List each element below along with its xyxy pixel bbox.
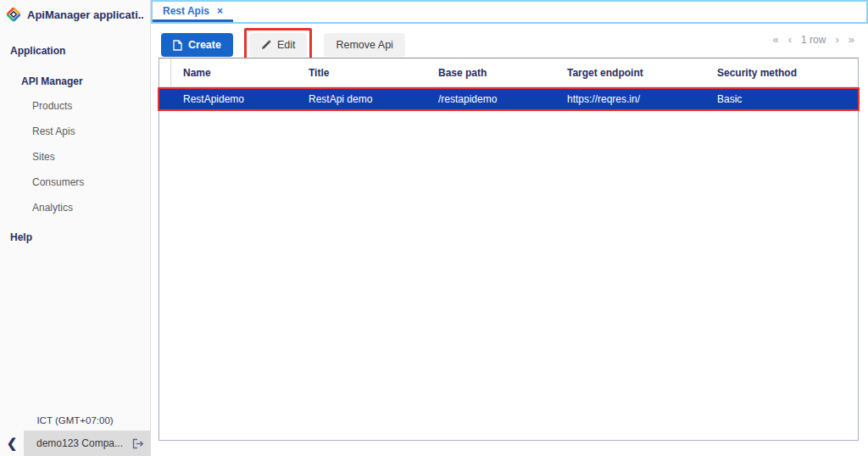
- tab-rest-apis[interactable]: Rest Apis ×: [153, 2, 233, 22]
- sidebar-nav: Application API Manager Products Rest Ap…: [0, 39, 150, 249]
- chevron-left-icon: ❮: [7, 436, 18, 451]
- pencil-icon: [261, 40, 271, 50]
- pagination-first-button[interactable]: «: [773, 33, 779, 46]
- api-manager-app: ApiManager applicati... Application API …: [0, 0, 868, 456]
- sidebar-item-rest-apis[interactable]: Rest Apis: [0, 119, 150, 144]
- column-header-title: Title: [297, 67, 426, 79]
- sidebar-item-analytics[interactable]: Analytics: [0, 195, 150, 220]
- remove-api-button[interactable]: Remove Api: [324, 33, 404, 57]
- pagination: « ‹ 1 row › »: [773, 33, 855, 46]
- edit-button-label: Edit: [277, 39, 296, 51]
- app-header: ApiManager applicati...: [0, 0, 150, 29]
- app-logo-icon: [6, 7, 21, 22]
- tab-bar: Rest Apis ×: [151, 0, 868, 24]
- create-button[interactable]: Create: [161, 33, 233, 57]
- sidebar: ApiManager applicati... Application API …: [0, 0, 151, 456]
- toolbar: Create Edit Remove Api: [161, 28, 405, 62]
- edit-annotation-box: Edit: [244, 28, 313, 62]
- app-title: ApiManager applicati...: [27, 8, 143, 21]
- account-menu[interactable]: demo123 Compa...: [24, 431, 151, 456]
- create-file-icon: [173, 40, 182, 51]
- table-header-row: Name Title Base path Target endpoint Sec…: [159, 58, 858, 87]
- remove-api-button-label: Remove Api: [336, 39, 392, 51]
- sidebar-item-consumers[interactable]: Consumers: [0, 170, 150, 195]
- column-header-target-endpoint: Target endpoint: [555, 67, 705, 79]
- create-button-label: Create: [188, 39, 221, 51]
- cell-security-method: Basic: [705, 93, 858, 105]
- pagination-next-button[interactable]: ›: [835, 33, 838, 46]
- edit-button[interactable]: Edit: [249, 33, 308, 57]
- table-gutter-column: [159, 58, 171, 87]
- logout-icon[interactable]: [132, 437, 144, 453]
- cell-title: RestApi demo: [297, 93, 426, 105]
- rest-apis-table: Name Title Base path Target endpoint Sec…: [159, 58, 859, 441]
- tab-close-icon[interactable]: ×: [217, 6, 223, 16]
- sidebar-item-products[interactable]: Products: [0, 93, 150, 119]
- sidebar-bottom-bar: ❮ demo123 Compa...: [0, 431, 151, 456]
- timezone-label: ICT (GMT+07:00): [0, 415, 150, 425]
- sidebar-item-application[interactable]: Application: [0, 39, 150, 63]
- tab-label: Rest Apis: [163, 5, 209, 17]
- column-header-security-method: Security method: [705, 67, 858, 79]
- column-header-name: Name: [171, 67, 297, 79]
- cell-base-path: /restapidemo: [426, 93, 555, 105]
- sidebar-item-help[interactable]: Help: [0, 225, 150, 249]
- pagination-count-label: 1 row: [801, 34, 826, 46]
- cell-target-endpoint: https://reqres.in/: [555, 93, 705, 105]
- sidebar-item-api-manager[interactable]: API Manager: [0, 70, 150, 93]
- sidebar-item-sites[interactable]: Sites: [0, 144, 150, 170]
- table-row-selected[interactable]: RestApidemo RestApi demo /restapidemo ht…: [159, 89, 858, 109]
- pagination-prev-button[interactable]: ‹: [788, 33, 792, 46]
- cell-name: RestApidemo: [171, 93, 297, 105]
- account-label: demo123 Compa...: [36, 437, 138, 449]
- pagination-last-button[interactable]: »: [849, 33, 854, 46]
- collapse-sidebar-button[interactable]: ❮: [0, 431, 24, 456]
- column-header-base-path: Base path: [426, 67, 555, 79]
